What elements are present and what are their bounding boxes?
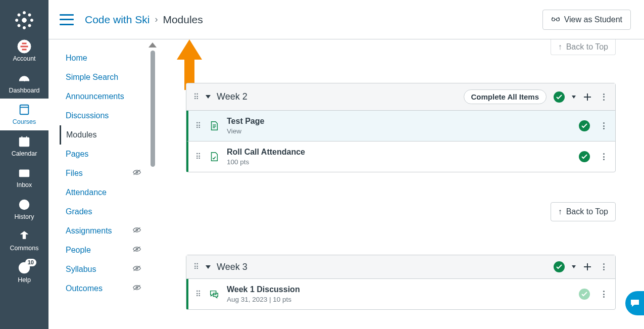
module-week-3: ⠿ Week 3 ⠿ Week 1 Discussion Aug 31, 202… <box>186 255 616 310</box>
nav-commons[interactable]: Commons <box>0 225 48 257</box>
svg-marker-36 <box>177 39 202 90</box>
back-to-top-button[interactable]: ↑ Back to Top <box>551 202 616 221</box>
canvas-logo-icon[interactable] <box>12 8 36 32</box>
nav-dashboard-label: Dashboard <box>9 87 39 94</box>
back-to-top-button-clipped[interactable]: ↑ Back to Top <box>551 39 616 55</box>
svg-point-23 <box>24 270 25 271</box>
hidden-eye-icon <box>132 265 141 274</box>
item-status-complete-icon[interactable] <box>579 120 590 131</box>
coursenav-pages[interactable]: Pages <box>60 145 144 164</box>
module-item-test-page[interactable]: ⠿ Test Page View <box>186 111 615 141</box>
nav-inbox-label: Inbox <box>17 182 32 189</box>
coursenav-simple-search[interactable]: Simple Search <box>60 68 144 87</box>
module-title: Week 3 <box>217 262 247 272</box>
add-module-item-button[interactable] <box>583 92 592 102</box>
coursenav-syllabus[interactable]: Syllabus <box>60 260 144 279</box>
scrollbar-thumb[interactable] <box>151 51 155 167</box>
arrow-up-icon: ↑ <box>558 207 562 216</box>
collapse-toggle[interactable] <box>206 95 211 99</box>
view-as-student-label: View as Student <box>564 15 622 24</box>
drag-handle-icon[interactable]: ⠿ <box>195 121 202 130</box>
nav-calendar-label: Calendar <box>12 151 37 157</box>
nav-help[interactable]: 10 Help <box>0 257 48 285</box>
nav-history[interactable]: History <box>0 194 48 225</box>
coursenav-attendance[interactable]: Attendance <box>60 183 144 202</box>
breadcrumb-course[interactable]: Code with Ski <box>85 14 150 26</box>
discussion-icon <box>209 289 220 300</box>
coursenav-assignments[interactable]: Assignments <box>60 221 144 241</box>
nav-account-label: Account <box>13 56 35 62</box>
module-options-menu[interactable] <box>599 262 608 271</box>
nav-courses-label: Courses <box>13 119 36 125</box>
module-header: ⠿ Week 3 <box>186 255 615 279</box>
module-options-menu[interactable] <box>599 92 608 102</box>
dashboard-gauge-icon <box>17 71 31 85</box>
page-icon <box>209 120 220 131</box>
view-as-student-button[interactable]: View as Student <box>542 10 631 30</box>
course-nav-toggle[interactable] <box>60 14 74 25</box>
svg-point-7 <box>28 24 31 27</box>
nav-commons-label: Commons <box>10 245 39 252</box>
coursenav-modules[interactable]: Modules <box>60 125 144 145</box>
nav-courses[interactable]: Courses <box>0 99 48 130</box>
svg-rect-16 <box>20 137 29 146</box>
svg-rect-10 <box>22 42 27 44</box>
coursenav-grades[interactable]: Grades <box>60 202 144 221</box>
drag-handle-icon[interactable]: ⠿ <box>195 290 202 299</box>
add-module-item-button[interactable] <box>583 262 592 271</box>
svg-point-6 <box>18 24 20 27</box>
account-avatar-icon <box>17 39 31 54</box>
item-options-menu[interactable] <box>599 290 608 299</box>
module-header: ⠿ Week 2 Complete All Items <box>186 83 615 111</box>
module-item-week1-discussion[interactable]: ⠿ Week 1 Discussion Aug 31, 2023 | 10 pt… <box>186 279 615 309</box>
item-status-pending-icon[interactable] <box>579 289 590 300</box>
course-nav: Home Simple Search Announcements Discuss… <box>60 49 144 298</box>
coursenav-outcomes[interactable]: Outcomes <box>60 279 144 298</box>
svg-point-0 <box>23 12 25 14</box>
module-title: Week 2 <box>217 91 247 102</box>
collapse-toggle[interactable] <box>206 265 211 269</box>
help-badge-count: 10 <box>25 259 36 266</box>
nav-dashboard[interactable]: Dashboard <box>0 67 48 99</box>
svg-point-3 <box>30 19 33 21</box>
svg-rect-14 <box>20 105 29 115</box>
module-status-complete-icon[interactable] <box>554 91 565 103</box>
item-status-complete-icon[interactable] <box>579 151 590 162</box>
drag-handle-icon[interactable]: ⠿ <box>195 152 202 161</box>
commons-share-icon <box>17 229 31 243</box>
module-item-meta: Aug 31, 2023 | 10 pts <box>227 296 300 303</box>
nav-calendar[interactable]: Calendar <box>0 130 48 162</box>
item-options-menu[interactable] <box>599 152 608 161</box>
svg-point-2 <box>16 19 18 21</box>
nav-help-label: Help <box>18 277 31 284</box>
module-status-complete-icon[interactable] <box>554 261 565 272</box>
breadcrumb: Code with Ski › Modules <box>85 14 203 26</box>
breadcrumb-current: Modules <box>163 14 203 26</box>
module-item-roll-call[interactable]: ⠿ Roll Call Attendance 100 pts <box>186 141 615 172</box>
history-clock-icon <box>17 198 31 212</box>
nav-inbox[interactable]: Inbox <box>0 162 48 194</box>
hidden-eye-icon <box>132 284 141 293</box>
coursenav-announcements[interactable]: Announcements <box>60 87 144 106</box>
global-nav: Account Dashboard Courses Calendar Inbox… <box>0 0 48 329</box>
module-status-menu-caret-icon[interactable] <box>572 265 576 268</box>
drag-handle-icon[interactable]: ⠿ <box>193 262 200 271</box>
module-requirement-chip: Complete All Items <box>464 89 547 104</box>
glasses-icon <box>551 15 560 24</box>
nav-account[interactable]: Account <box>0 35 48 67</box>
coursenav-files[interactable]: Files <box>60 164 144 183</box>
chevron-right-icon: › <box>155 14 158 25</box>
inbox-tray-icon <box>17 166 31 180</box>
module-status-menu-caret-icon[interactable] <box>572 96 576 99</box>
courses-book-icon <box>17 103 31 117</box>
content-area: ↑ Back to Top ⠿ Week 2 Complete All Item… <box>162 39 631 329</box>
item-options-menu[interactable] <box>599 121 608 130</box>
coursenav-discussions[interactable]: Discussions <box>60 106 144 125</box>
svg-rect-12 <box>22 49 27 51</box>
coursenav-home[interactable]: Home <box>60 49 144 68</box>
scroll-caret-up-icon[interactable] <box>148 42 157 48</box>
help-question-icon: 10 <box>17 261 31 275</box>
drag-handle-icon[interactable]: ⠿ <box>193 92 200 102</box>
coursenav-people[interactable]: People <box>60 241 144 260</box>
svg-point-4 <box>18 14 20 16</box>
